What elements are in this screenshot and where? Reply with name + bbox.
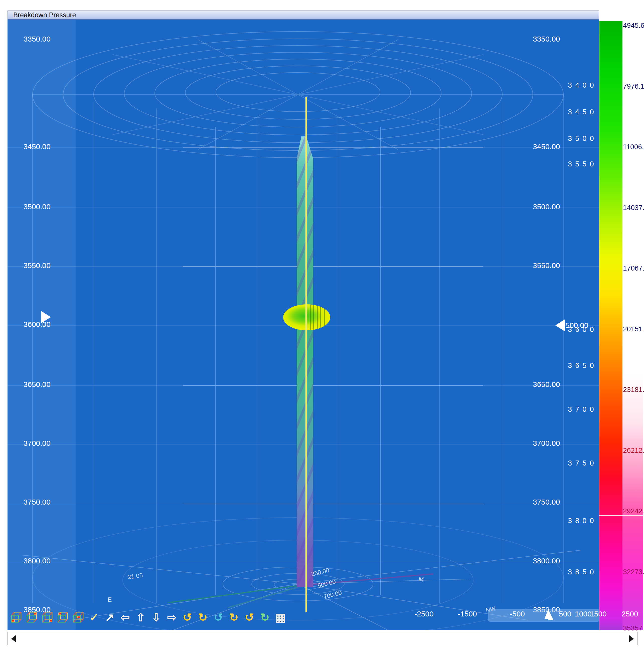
left-axis-label: 3650.00 bbox=[13, 380, 51, 389]
view-cube-icon-4[interactable] bbox=[56, 610, 70, 625]
right-inner-axis-label: 3450 bbox=[568, 108, 597, 116]
right-axis-label: 3700.00 bbox=[533, 439, 560, 447]
window-title: Breakdown Pressure bbox=[13, 11, 76, 19]
pan-down-icon[interactable]: ⇩ bbox=[149, 610, 163, 625]
right-axis-label: 3550.00 bbox=[533, 261, 560, 270]
right-inner-axis-label: 3550 bbox=[568, 160, 597, 168]
x-axis-number: -500 bbox=[510, 610, 525, 618]
right-axis-label: 3800.00 bbox=[533, 557, 560, 565]
rotate-cw-icon-1-glyph: ↻ bbox=[198, 610, 208, 625]
left-axis-label: 3550.00 bbox=[13, 261, 51, 270]
x-axis-number: 2500 bbox=[621, 610, 638, 618]
x-axis-number: 1500 bbox=[590, 610, 607, 618]
rotate-ccw-icon-2-glyph: ↺ bbox=[214, 610, 223, 625]
x-axis-number: -2500 bbox=[414, 610, 434, 618]
right-inner-axis-label: 3400 bbox=[568, 81, 597, 89]
wellbore-line bbox=[305, 97, 307, 612]
depth-marker-left-icon[interactable] bbox=[41, 311, 51, 323]
marker-right-value: 500.00 bbox=[566, 321, 589, 330]
x-axis-number: -1500 bbox=[458, 610, 477, 618]
chevron-left-icon[interactable] bbox=[11, 635, 16, 642]
pan-up-icon[interactable]: ⇧ bbox=[134, 610, 148, 625]
fracture-plane bbox=[297, 136, 313, 587]
left-axis-label: 3500.00 bbox=[13, 203, 51, 211]
select-check-icon-glyph: ✓ bbox=[90, 610, 99, 625]
view-cube-icon-5[interactable] bbox=[72, 610, 86, 625]
rotate-ccw-icon-2[interactable]: ↺ bbox=[211, 610, 225, 625]
rotate-ccw-icon-1-glyph: ↺ bbox=[183, 610, 192, 625]
depth-marker-right-icon[interactable] bbox=[555, 320, 565, 331]
color-scale-value: 14037.2 bbox=[623, 204, 644, 212]
right-axis-label: 3450.00 bbox=[533, 142, 560, 151]
horizontal-scrollbar[interactable] bbox=[7, 632, 638, 645]
color-scale-value: 20151.3 bbox=[623, 325, 644, 333]
color-scale-value: 29242.8 bbox=[623, 507, 644, 515]
toolbar: ✓↗⇦⇧⇩⇨↺↻↺↻↺↻▦ bbox=[9, 607, 288, 628]
x-axis-number: 1000 bbox=[575, 610, 592, 618]
rotate-cw-icon-2[interactable]: ↻ bbox=[227, 610, 241, 625]
rotate-cw-icon-1[interactable]: ↻ bbox=[196, 610, 210, 625]
3d-viewport[interactable]: 3350.003450.003500.003550.003600.003650.… bbox=[7, 20, 599, 630]
color-scale-value: 4945.66 bbox=[623, 22, 644, 29]
color-scale-value: 23181.8 bbox=[623, 386, 644, 394]
right-axis-label: 3750.00 bbox=[533, 498, 560, 506]
view-cube-icon-2[interactable] bbox=[25, 610, 39, 625]
arrow-ne-icon-glyph: ↗ bbox=[105, 610, 114, 625]
right-inner-axis-label: 3700 bbox=[568, 405, 597, 414]
rotate-ccw-icon-3-glyph: ↺ bbox=[245, 610, 254, 625]
left-axis-label: 3800.00 bbox=[13, 557, 51, 565]
select-check-icon[interactable]: ✓ bbox=[87, 610, 101, 625]
color-scale-value: 11006.7 bbox=[623, 143, 644, 151]
pan-right-icon[interactable]: ⇨ bbox=[165, 610, 179, 625]
right-inner-axis-label: 3850 bbox=[568, 568, 597, 576]
color-scale-value: 17067.7 bbox=[623, 264, 644, 272]
left-axis-label: 3450.00 bbox=[13, 142, 51, 151]
right-axis-label: 3650.00 bbox=[533, 380, 560, 389]
color-scale-value: 32273.3 bbox=[623, 568, 644, 576]
pan-left-icon-glyph: ⇦ bbox=[121, 610, 130, 625]
color-scale-bar bbox=[599, 21, 622, 630]
grid-icon-glyph: ▦ bbox=[275, 610, 286, 625]
pan-down-icon-glyph: ⇩ bbox=[152, 610, 161, 625]
rotate-cw-icon-3[interactable]: ↻ bbox=[258, 610, 272, 625]
rotate-cw-icon-3-glyph: ↻ bbox=[260, 610, 270, 625]
pan-left-icon[interactable]: ⇦ bbox=[118, 610, 132, 625]
rotate-ccw-icon-3[interactable]: ↺ bbox=[243, 610, 256, 625]
pan-right-icon-glyph: ⇨ bbox=[167, 610, 177, 625]
right-inner-axis-label: 3650 bbox=[568, 361, 597, 370]
color-scale-divider bbox=[599, 515, 643, 516]
title-bar: Breakdown Pressure bbox=[7, 10, 599, 20]
left-axis-label: 3750.00 bbox=[13, 498, 51, 506]
color-scale-value: 7976.16 bbox=[623, 83, 644, 90]
right-axis-label: 3350.00 bbox=[533, 35, 560, 43]
right-inner-axis-label: 3800 bbox=[568, 517, 597, 525]
color-scale-value: 35357 bbox=[623, 624, 643, 632]
chevron-right-icon[interactable] bbox=[629, 635, 634, 642]
right-inner-axis-label: 3500 bbox=[568, 134, 597, 143]
rotate-cw-icon-2-glyph: ↻ bbox=[229, 610, 238, 625]
left-axis-label: 3350.00 bbox=[13, 35, 51, 43]
pan-up-icon-glyph: ⇧ bbox=[136, 610, 145, 625]
arrow-ne-icon[interactable]: ↗ bbox=[103, 610, 117, 625]
right-axis-label: 3500.00 bbox=[533, 203, 560, 211]
scene-annotation: E bbox=[108, 596, 112, 603]
sail-marker-icon[interactable] bbox=[543, 608, 554, 621]
right-inner-axis-label: 3750 bbox=[568, 459, 597, 467]
color-scale-value: 26212.3 bbox=[623, 447, 644, 454]
rotate-ccw-icon-1[interactable]: ↺ bbox=[180, 610, 194, 625]
view-cube-icon-1[interactable] bbox=[9, 610, 24, 625]
view-cube-icon-3[interactable] bbox=[41, 610, 54, 625]
left-axis-label: 3700.00 bbox=[13, 439, 51, 447]
grid-icon[interactable]: ▦ bbox=[273, 610, 288, 625]
color-scale-labels: 4945.667976.1611006.714037.217067.720151… bbox=[622, 21, 643, 630]
x-axis-number: 500 bbox=[559, 610, 571, 618]
